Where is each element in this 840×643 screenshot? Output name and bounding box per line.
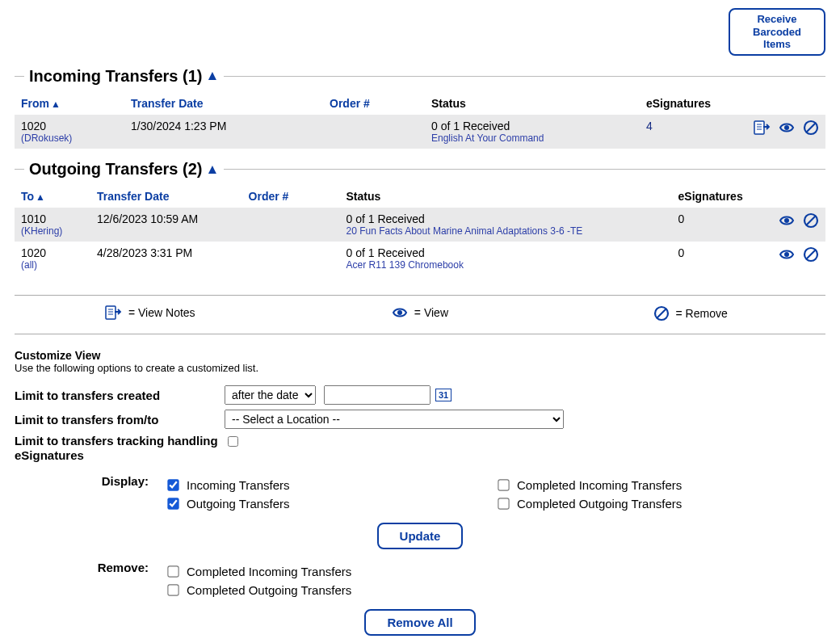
status-text: 0 of 1 Received <box>346 212 665 225</box>
order-number <box>323 115 425 149</box>
collapse-outgoing-icon[interactable]: ▲ <box>205 162 219 178</box>
outgoing-title: Outgoing Transfers (2) <box>29 160 202 179</box>
outgoing-col-order[interactable]: Order # <box>242 185 340 208</box>
transfer-date: 12/6/2023 10:59 AM <box>90 208 242 242</box>
remove-completed-incoming-label: Completed Incoming Transfers <box>187 565 351 578</box>
legend-notes-label: = View Notes <box>128 307 195 320</box>
location-select[interactable]: -- Select a Location -- <box>225 410 564 429</box>
to-user: (all) <box>21 259 84 271</box>
view-icon[interactable] <box>779 213 795 230</box>
display-completed-outgoing-label: Completed Outgoing Transfers <box>517 497 682 511</box>
to-location: 1010 <box>21 212 84 225</box>
date-mode-select[interactable]: after the date <box>225 385 316 405</box>
item-desc: English At Your Command <box>431 132 633 144</box>
to-location: 1020 <box>21 246 84 259</box>
to-user: (KHering) <box>21 225 84 237</box>
view-icon[interactable] <box>779 120 795 137</box>
from-user: (DRokusek) <box>21 132 118 144</box>
table-row: 1020 (all) 4/28/2023 3:31 PM 0 of 1 Rece… <box>15 242 825 275</box>
remove-icon[interactable] <box>803 120 819 138</box>
outgoing-col-date[interactable]: Transfer Date <box>90 185 242 208</box>
incoming-col-from[interactable]: From▲ <box>15 92 124 115</box>
collapse-incoming-icon[interactable]: ▲ <box>206 68 220 84</box>
from-location: 1020 <box>21 120 118 132</box>
order-number <box>242 208 340 242</box>
display-incoming-checkbox[interactable] <box>167 480 178 491</box>
incoming-table: From▲ Transfer Date Order # Status eSign… <box>15 92 825 149</box>
customize-view-heading: Customize View <box>15 349 825 362</box>
remove-label: Remove: <box>15 561 165 601</box>
esignatures-link[interactable]: 4 <box>646 120 653 132</box>
esignatures-count: 0 <box>672 242 750 275</box>
icon-legend: = View Notes = View = Remove <box>15 295 825 334</box>
display-incoming-label: Incoming Transfers <box>187 478 290 492</box>
remove-completed-outgoing-checkbox[interactable] <box>167 585 178 596</box>
incoming-col-order[interactable]: Order # <box>323 92 425 115</box>
outgoing-table: To▲ Transfer Date Order # Status eSignat… <box>15 185 825 275</box>
outgoing-col-esig: eSignatures <box>672 185 750 208</box>
date-input[interactable] <box>324 385 430 405</box>
remove-icon <box>653 305 670 324</box>
status-text: 0 of 1 Received <box>346 246 665 259</box>
esignatures-count: 0 <box>672 208 750 242</box>
view-notes-icon[interactable] <box>753 120 771 137</box>
remove-icon[interactable] <box>803 246 819 265</box>
status-text: 0 of 1 Received <box>431 120 633 132</box>
remove-completed-outgoing-label: Completed Outgoing Transfers <box>187 583 351 597</box>
display-completed-outgoing-checkbox[interactable] <box>498 498 509 510</box>
calendar-icon[interactable]: 31 <box>435 389 452 401</box>
item-desc: Acer R11 139 Chromebook <box>346 259 665 271</box>
limit-esig-checkbox[interactable] <box>228 436 238 447</box>
incoming-col-status: Status <box>425 92 640 115</box>
view-icon[interactable] <box>779 247 795 264</box>
order-number <box>242 242 340 275</box>
item-desc: 20 Fun Facts About Marine Animal Adaptat… <box>346 225 665 237</box>
outgoing-col-to[interactable]: To▲ <box>15 185 90 208</box>
display-outgoing-checkbox[interactable] <box>167 498 178 510</box>
incoming-section-header: Incoming Transfers (1) ▲ <box>15 67 825 86</box>
outgoing-col-status: Status <box>339 185 671 208</box>
table-row: 1020 (DRokusek) 1/30/2024 1:23 PM 0 of 1… <box>15 115 825 149</box>
incoming-title: Incoming Transfers (1) <box>29 67 203 86</box>
transfer-date: 4/28/2023 3:31 PM <box>90 242 242 275</box>
receive-barcoded-items-button[interactable]: Receive Barcoded Items <box>729 8 825 56</box>
remove-all-button[interactable]: Remove All <box>364 609 475 636</box>
limit-fromto-label: Limit to transfers from/to <box>15 413 225 427</box>
incoming-col-date[interactable]: Transfer Date <box>124 92 323 115</box>
display-outgoing-label: Outgoing Transfers <box>187 497 290 511</box>
display-completed-incoming-checkbox[interactable] <box>498 480 509 491</box>
limit-created-label: Limit to transfers created <box>15 389 225 402</box>
view-icon <box>392 305 408 322</box>
legend-view-label: = View <box>414 307 448 320</box>
table-row: 1010 (KHering) 12/6/2023 10:59 AM 0 of 1… <box>15 208 825 242</box>
legend-remove-label: = Remove <box>676 308 728 321</box>
display-label: Display: <box>15 474 165 515</box>
limit-esig-label: Limit to transfers tracking handling eSi… <box>15 434 225 463</box>
remove-completed-incoming-checkbox[interactable] <box>167 566 178 578</box>
display-completed-incoming-label: Completed Incoming Transfers <box>517 478 682 492</box>
incoming-col-esig: eSignatures <box>640 92 724 115</box>
outgoing-section-header: Outgoing Transfers (2) ▲ <box>15 160 825 179</box>
transfer-date: 1/30/2024 1:23 PM <box>124 115 323 149</box>
view-notes-icon <box>104 305 122 322</box>
customize-view-sub: Use the following options to create a cu… <box>15 362 825 374</box>
update-button[interactable]: Update <box>377 523 464 549</box>
remove-icon[interactable] <box>803 212 819 231</box>
